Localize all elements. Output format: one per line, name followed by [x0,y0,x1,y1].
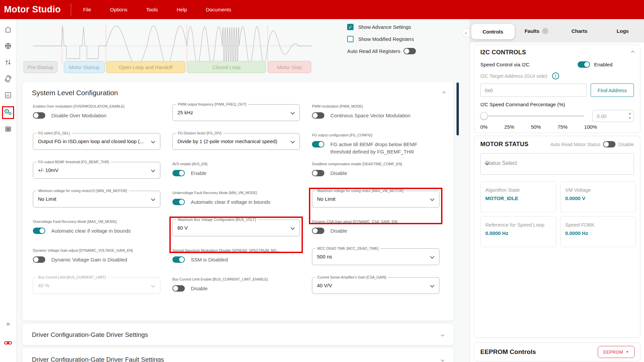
dynamic-csa-gain-en-field: Dynamic CSA Gain adust [DYNAMIC_CSA_GAIN… [312,220,439,248]
status-select-dropdown[interactable]: Status Select [480,153,634,175]
chevron-down-icon [290,226,295,230]
chevron-down-icon [441,333,444,337]
min-vm-motor-field: Minimum voltage for runing motor(V) [MIN… [33,191,160,220]
stage-motor-startup[interactable]: Motor Startup [64,61,105,73]
deadtime-comp-en-toggle-row: Disable [312,170,439,177]
menu-options[interactable]: Options [110,7,127,12]
collapse-panel-button[interactable]: › [462,28,470,37]
bus-current-limit-enable-state-text: Disable [191,285,208,292]
main-area: Pre-Startup Motor Startup Open Loop and … [16,19,470,362]
speed-command-value-input[interactable] [592,110,634,122]
pwm-freq-out-field: PWM output frequency [PWM_FREQ_OUT]25 kH… [172,104,300,133]
chevron-down-icon [430,254,434,259]
fg-div-dropdown[interactable]: FG Division factor [FG_DIV]Divide by 1 (… [172,133,300,150]
fg-config-toggle[interactable] [312,141,324,147]
fg-config-toggle-row: FG active till BEMF drops below BEMF thr… [312,141,439,156]
chart-icon[interactable] [3,90,13,100]
top-bar: Motor Studio File Options Tools Help Doc… [0,0,644,19]
auto-read-motor-toggle[interactable] [603,141,615,147]
deadtime-comp-en-label: Deadtime compensation enable [DEADTIME_C… [312,162,439,166]
fields-grid: Enables Over modulation [OVERMODULATION_… [33,104,439,306]
gears-glyph: ⚙⚙ [4,108,12,117]
toggle-knob [173,286,178,291]
menu-help[interactable]: Help [177,7,187,12]
max-vm-mode-toggle[interactable] [33,228,45,234]
bus-current-limit-enable-toggle[interactable] [172,285,185,292]
csa-gain-value: 40 V/V [317,283,332,288]
tab-logs[interactable]: Logs [601,19,644,43]
stage-open-loop-handoff[interactable]: Open Loop and Handoff [106,61,185,73]
stepper-arrows-icon[interactable]: ▲▼ [629,111,631,121]
show-advance-settings-checkbox[interactable]: ✓ Show Advance Settings [347,24,416,30]
checkbox-unchecked-icon [347,36,354,42]
dynamic-csa-gain-en-toggle[interactable] [312,228,324,234]
stage-closed-loop[interactable]: Closed Loop [187,61,266,73]
pwm-freq-out-dropdown[interactable]: PWM output frequency [PWM_FREQ_OUT]25 kH… [172,104,300,121]
speed-control-toggle[interactable] [578,61,590,68]
bus-current-limit-dropdown: Bus Current Limit [BUS_CURRENT_LIMIT]40 … [33,277,160,294]
expand-sidebar-icon[interactable]: » [6,320,10,327]
tab-faults[interactable]: Faults [515,19,558,43]
avs-en-toggle[interactable] [172,170,185,176]
fg-config-field: FG output configuration [FG_CONFIG]FG ac… [312,133,439,162]
settings-gears-icon[interactable]: ⚙⚙ [2,106,14,119]
avs-en-state-text: Enable [191,170,207,177]
bus-volt-dropdown[interactable]: Maximum Bus Voltage Configuration [BUS_V… [172,220,300,236]
avs-en-field: AVS enable [AVS_EN]Enable [172,162,300,191]
motor-icon[interactable] [3,41,13,51]
find-address-button[interactable]: Find Address [591,83,634,97]
gate-driver-fault-settings-section[interactable]: Driver Configuration-Gate Driver Fault S… [22,348,454,362]
home-icon[interactable] [3,24,13,35]
mcc-dead-time-dropdown[interactable]: MCC DEAD TIME [MCC_DEAD_TIME]500 ns [312,248,439,265]
mcc-dead-time-field: MCC DEAD TIME [MCC_DEAD_TIME]500 ns [312,248,439,277]
tab-controls[interactable]: Controls [471,24,515,39]
csa-gain-dropdown[interactable]: Current Sense Amplifier's Gain [CSA_GAIN… [312,277,439,294]
show-modified-registers-checkbox[interactable]: Show Modified Registers [347,36,416,42]
stage-pre-startup[interactable]: Pre-Startup [23,61,57,73]
auto-read-all-toggle[interactable] [404,48,416,54]
avs-en-label: AVS enable [AVS_EN] [172,162,300,166]
speed-command-slider[interactable] [480,112,584,120]
min-vm-mode-toggle[interactable] [172,199,185,205]
gate-driver-settings-section[interactable]: Driver Configuration-Gate Driver Setting… [22,324,454,345]
dynamic-csa-gain-en-toggle-row: Disable [312,227,439,235]
pwm-mode-toggle[interactable] [312,112,324,119]
mcc-dead-time-value: 500 ns [317,254,332,259]
toggle-knob [319,142,324,147]
fg-bemf-thr-dropdown[interactable]: FG output BEMF threshold [FG_BEMF_THR]+/… [33,162,160,179]
menu-documents[interactable]: Documents [206,7,231,12]
min-vm-motor-dropdown[interactable]: Minimum voltage for runing motor(V) [MIN… [33,191,160,207]
auto-read-motor-label: Auto Read Motor Status [550,142,600,147]
info-icon[interactable]: i [552,72,559,79]
tab-charts[interactable]: Charts [558,19,601,43]
vm-voltage-card: VM Voltage 0.0000 V [560,181,636,212]
collapse-i2c-icon[interactable] [631,51,635,54]
menu-file[interactable]: File [83,7,91,12]
fg-sel-dropdown[interactable]: FG select [FG_SEL]Output FG in ISD,open … [33,133,160,150]
registers-icon[interactable] [3,124,13,134]
link-icon[interactable] [3,338,13,348]
deadtime-comp-en-toggle[interactable] [312,170,324,176]
slider-thumb[interactable] [480,112,488,120]
collapse-section-icon[interactable] [442,91,446,95]
speed-loop-reference-card: Reference for Speed Loop 0.0000 Hz [480,216,556,247]
section-title: System Level Configuration [32,89,118,97]
spread-spectrum-mod-toggle[interactable] [172,256,185,263]
fg-div-field: FG Division factor [FG_DIV]Divide by 1 (… [172,133,300,162]
vertical-scrollbar[interactable] [457,82,459,135]
speed-fdbk-card: Speed FDBK 0.0000 Hz [560,216,636,247]
overmodulation-enable-toggle-row: Disable Over Modulation [33,112,160,119]
eeprom-button[interactable]: EEPROM▼ [598,346,635,358]
fg-sel-field: FG select [FG_SEL]Output FG in ISD,open … [33,133,160,162]
sync-icon[interactable] [3,73,13,84]
chevron-down-icon [151,168,155,172]
max-vm-motor-dropdown[interactable]: Maximum voltage for runing motor [MAX_VM… [312,191,439,207]
stage-motor-stop[interactable]: Motor Stop [268,61,311,73]
tune-icon[interactable] [3,57,13,67]
menu-tools[interactable]: Tools [146,7,158,12]
i2c-address-input[interactable] [480,83,587,97]
overmodulation-enable-toggle[interactable] [33,112,45,119]
dynamic-voltage-gain-en-toggle[interactable] [33,256,45,263]
chevron-down-icon [290,139,295,143]
auto-read-motor-state: Disable [618,142,634,147]
